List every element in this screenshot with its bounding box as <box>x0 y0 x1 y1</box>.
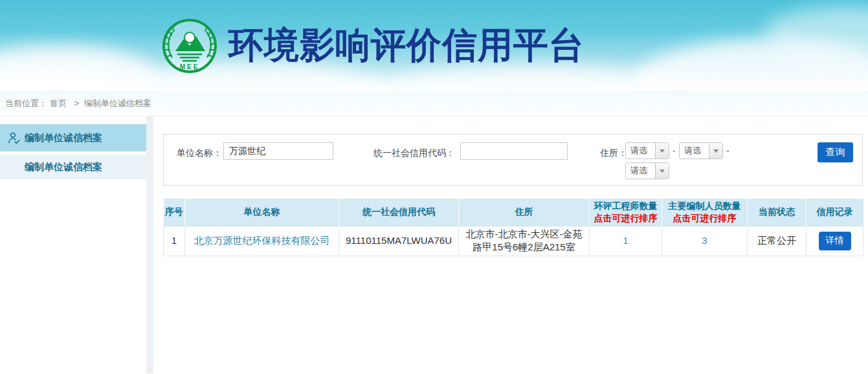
cell-credit-code: 91110115MA7LWUA76U <box>339 226 459 256</box>
sidebar: 编制单位诚信档案 编制单位诚信档案 <box>0 116 146 373</box>
address-district-select[interactable]: 请选择 <box>625 162 669 179</box>
col-status: 当前状态 <box>748 199 807 226</box>
sidebar-divider <box>146 116 153 373</box>
col-credit-record: 信用记录 <box>807 199 863 226</box>
sidebar-subitem-unit-credit-archive[interactable]: 编制单位诚信档案 <box>0 155 146 179</box>
page: { "header": { "title": "环境影响评价信用平台", "lo… <box>0 0 868 374</box>
detail-button[interactable]: 详情 <box>819 232 851 250</box>
svg-text:MEE: MEE <box>180 63 200 71</box>
unit-name-label: 单位名称： <box>177 148 222 159</box>
chevron-down-icon[interactable] <box>655 143 669 159</box>
query-button[interactable]: 查询 <box>818 142 853 162</box>
address-dash: - <box>726 146 729 156</box>
table-row: 1 北京万源世纪环保科技有限公司 91110115MA7LWUA76U 北京市-… <box>164 226 863 256</box>
col-credit-code: 统一社会信用代码 <box>339 199 459 226</box>
select-value: 请选择 <box>680 143 709 159</box>
col-engineer-count-sortable[interactable]: 环评工程师数量 点击可进行排序 <box>590 199 662 226</box>
site-title: 环境影响评价信用平台 <box>228 21 584 70</box>
breadcrumb-prefix: 当前位置： <box>5 98 47 108</box>
address-province-select[interactable]: 请选择 <box>625 142 669 159</box>
sidebar-item-unit-credit-archive[interactable]: 编制单位诚信档案 <box>0 124 146 151</box>
col-staff-count-sortable[interactable]: 主要编制人员数量 点击可进行排序 <box>662 199 748 226</box>
credit-code-label: 统一社会信用代码： <box>348 148 455 159</box>
search-panel: 单位名称： 统一社会信用代码： 住所： 请选择 - 请选择 - 请选择 查询 <box>163 134 863 186</box>
table-header-row: 序号 单位名称 统一社会信用代码 住所 环评工程师数量 点击可进行排序 主要编制… <box>164 199 863 226</box>
col-address: 住所 <box>459 199 590 226</box>
cell-address: 北京市-北京市-大兴区-金苑路甲15号6幢2层A215室 <box>459 226 590 256</box>
col-index: 序号 <box>164 199 185 226</box>
main-content: 单位名称： 统一社会信用代码： 住所： 请选择 - 请选择 - 请选择 查询 <box>153 116 868 373</box>
select-value: 请选择 <box>626 143 655 159</box>
sidebar-item-label: 编制单位诚信档案 <box>25 132 102 144</box>
breadcrumb-home-link[interactable]: 首页 <box>50 98 67 108</box>
breadcrumb-separator: > <box>74 98 80 108</box>
site-header: MEE 环境影响评价信用平台 <box>0 0 868 91</box>
address-label: 住所： <box>600 148 627 159</box>
company-link[interactable]: 北京万源世纪环保科技有限公司 <box>194 235 330 246</box>
engineer-count-link[interactable]: 1 <box>623 235 628 246</box>
unit-name-input[interactable] <box>223 142 333 160</box>
brand: MEE 环境影响评价信用平台 <box>161 0 584 91</box>
sort-hint: 点击可进行排序 <box>662 212 747 225</box>
breadcrumb: 当前位置：首页 > 编制单位诚信档案 <box>0 91 868 116</box>
mee-logo-icon: MEE <box>161 17 218 74</box>
chevron-down-icon[interactable] <box>709 143 722 159</box>
staff-count-link[interactable]: 3 <box>702 235 707 246</box>
chevron-down-icon[interactable] <box>655 163 669 179</box>
cell-index: 1 <box>164 226 185 256</box>
address-city-select[interactable]: 请选择 <box>679 142 723 159</box>
breadcrumb-current: 编制单位诚信档案 <box>84 98 151 108</box>
credit-code-input[interactable] <box>460 142 568 160</box>
sort-hint: 点击可进行排序 <box>590 212 662 225</box>
address-dash: - <box>673 146 676 156</box>
cell-status: 正常公开 <box>748 226 807 256</box>
sidebar-subitem-label: 编制单位诚信档案 <box>25 161 102 173</box>
col-company: 单位名称 <box>185 199 339 226</box>
user-check-icon <box>8 131 21 144</box>
results-table: 序号 单位名称 统一社会信用代码 住所 环评工程师数量 点击可进行排序 主要编制… <box>163 199 863 256</box>
select-value: 请选择 <box>626 163 655 179</box>
